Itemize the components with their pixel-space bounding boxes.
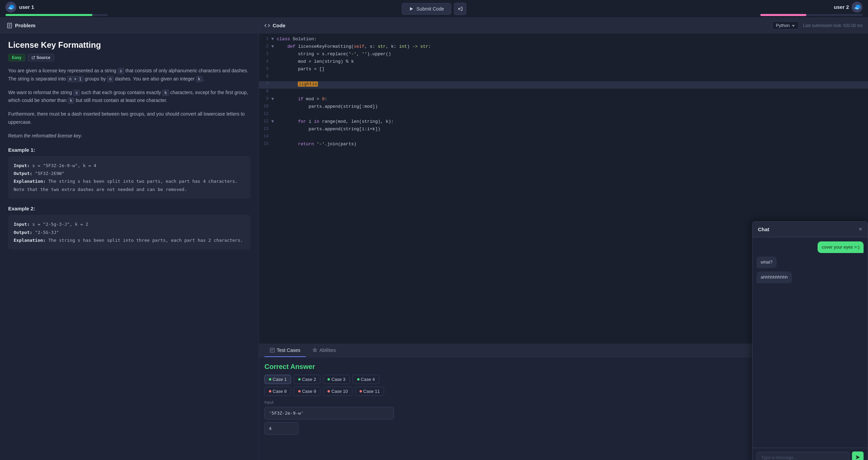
code-line-9: 9▼ if mod > 0: bbox=[259, 96, 868, 104]
code-line-11: 11 bbox=[259, 111, 868, 119]
case-button-case-4[interactable]: Case 4 bbox=[353, 375, 379, 384]
ex2-input-label: Input: bbox=[14, 222, 30, 227]
case-label-3: Case 4 bbox=[361, 377, 375, 382]
tab-test-cases[interactable]: Test Cases bbox=[264, 344, 306, 357]
case-label-1: Case 2 bbox=[302, 377, 316, 382]
case-button-case-11[interactable]: Case 11 bbox=[355, 387, 384, 396]
code-line-6: 6 bbox=[259, 74, 868, 81]
submit-button[interactable]: Submit Code bbox=[402, 3, 451, 15]
badge-easy: Easy bbox=[8, 54, 25, 61]
user1-name: user 1 bbox=[19, 4, 34, 10]
center-controls: Submit Code bbox=[402, 3, 466, 15]
send-icon bbox=[855, 455, 861, 460]
user1-avatar: 🧢 bbox=[5, 2, 16, 13]
inline-code-k3: k bbox=[68, 98, 74, 104]
code-line-5: 5 parts = [] bbox=[259, 66, 868, 74]
chat-panel: Chat × cover your eyes >:)what?ahhhhhhhh… bbox=[752, 221, 868, 460]
ex1-output-label: Output: bbox=[14, 171, 32, 176]
code-line-8: 8 bbox=[259, 89, 868, 96]
case-dot-6 bbox=[328, 390, 330, 392]
inline-code-k1: k bbox=[196, 76, 202, 82]
case-button-case-9[interactable]: Case 9 bbox=[294, 387, 320, 396]
inline-code-n: n bbox=[107, 76, 113, 82]
line-number-1: 1 bbox=[259, 36, 271, 41]
abilities-icon bbox=[313, 348, 317, 353]
submission-info: Last submission took: 632.00 ms bbox=[803, 23, 863, 28]
line-number-11: 11 bbox=[259, 112, 271, 116]
problem-desc1: You are given a license key represented … bbox=[8, 67, 250, 83]
problem-panel-header: Problem bbox=[0, 18, 259, 33]
badge-source[interactable]: Source bbox=[28, 54, 54, 61]
case-dot-7 bbox=[360, 390, 362, 392]
code-line-3: 3 string = s.replace('-', '').upper() bbox=[259, 51, 868, 59]
code-line-12: 12▼ for i in range(mod, len(string), k): bbox=[259, 119, 868, 126]
exit-button[interactable] bbox=[454, 3, 466, 15]
problem-header-label: Problem bbox=[15, 23, 35, 28]
code-line-13: 13 parts.append(string[i:i+k]) bbox=[259, 126, 868, 134]
case-label-2: Case 3 bbox=[331, 377, 345, 382]
chat-message-0: cover your eyes >:) bbox=[818, 241, 864, 253]
inline-code-s: s bbox=[118, 68, 124, 74]
case-button-case-8[interactable]: Case 8 bbox=[264, 387, 291, 396]
problem-desc3: Furthermore, there must be a dash insert… bbox=[8, 110, 250, 127]
user2-progress-bar bbox=[760, 14, 863, 16]
ex2-explain-label: Explanation: bbox=[14, 238, 46, 243]
line-arrow-2: ▼ bbox=[271, 44, 277, 49]
problem-desc2: We want to reformat the string s such th… bbox=[8, 89, 250, 105]
test-cases-icon bbox=[270, 348, 275, 353]
exit-icon bbox=[457, 6, 463, 12]
inline-code-s2: s bbox=[73, 90, 80, 96]
case-label-5: Case 9 bbox=[302, 389, 316, 394]
line-code-2[interactable]: def licenseKeyFormatting(self, s: str, k… bbox=[277, 44, 431, 49]
line-code-1[interactable]: class Solution: bbox=[277, 36, 317, 42]
ex1-explain-label: Explanation: bbox=[14, 179, 46, 184]
tab-abilities[interactable]: Abilities bbox=[307, 344, 341, 357]
ex1-input-label: Input: bbox=[14, 163, 30, 168]
highlight-text: lightio bbox=[298, 81, 318, 87]
case-button-case-2[interactable]: Case 2 bbox=[294, 375, 320, 384]
line-code-3[interactable]: string = s.replace('-', '').upper() bbox=[277, 51, 391, 57]
case-dot-1 bbox=[298, 378, 301, 381]
case-dot-0 bbox=[269, 378, 271, 381]
user2-info: user 2 🧢 bbox=[834, 2, 863, 13]
language-selector[interactable]: Python bbox=[772, 21, 799, 30]
ex2-output-label: Output: bbox=[14, 230, 32, 235]
user2-progress-fill bbox=[760, 14, 806, 16]
line-number-15: 15 bbox=[259, 142, 271, 146]
case-button-case-10[interactable]: Case 10 bbox=[323, 387, 352, 396]
example2-title: Example 2: bbox=[8, 206, 250, 211]
code-header-right: Python Last submission took: 632.00 ms bbox=[772, 21, 863, 30]
chat-close-button[interactable]: × bbox=[858, 226, 862, 233]
send-button[interactable] bbox=[852, 451, 864, 460]
case-label-0: Case 1 bbox=[273, 377, 287, 382]
svg-rect-5 bbox=[270, 348, 274, 352]
line-code-15[interactable]: return '-'.join(parts) bbox=[277, 142, 356, 147]
external-link-icon bbox=[32, 56, 35, 59]
line-code-5[interactable]: parts = [] bbox=[277, 66, 324, 72]
user1-progress-bar bbox=[5, 14, 108, 16]
code-icon bbox=[264, 23, 270, 28]
line-code-4[interactable]: mod = len(string) % k bbox=[277, 59, 354, 64]
line-code-9[interactable]: if mod > 0: bbox=[277, 97, 327, 102]
code-line-14: 14 bbox=[259, 134, 868, 141]
case-button-case-1[interactable]: Case 1 bbox=[264, 375, 291, 384]
example1-title: Example 1: bbox=[8, 147, 250, 153]
left-panel: Problem License Key Formatting Easy Sour… bbox=[0, 18, 259, 460]
case-button-case-3[interactable]: Case 3 bbox=[323, 375, 350, 384]
svg-marker-0 bbox=[410, 7, 413, 11]
chat-input[interactable] bbox=[757, 452, 849, 460]
user2-avatar: 🧢 bbox=[852, 2, 863, 13]
line-code-7[interactable]: lightio bbox=[277, 81, 318, 87]
line-number-12: 12 bbox=[259, 119, 271, 124]
line-code-10[interactable]: parts.append(string[:mod]) bbox=[277, 104, 378, 109]
inline-code-k2: k bbox=[162, 90, 169, 96]
problem-title: License Key Formatting bbox=[8, 40, 250, 50]
line-code-13[interactable]: parts.append(string[i:i+k]) bbox=[277, 127, 380, 132]
inline-code-n1: n + 1 bbox=[67, 76, 83, 82]
line-code-12[interactable]: for i in range(mod, len(string), k): bbox=[277, 119, 394, 124]
line-number-14: 14 bbox=[259, 134, 271, 139]
line-number-13: 13 bbox=[259, 127, 271, 131]
code-line-15: 15 return '-'.join(parts) bbox=[259, 141, 868, 149]
line-number-6: 6 bbox=[259, 74, 271, 79]
line-number-7: 7 bbox=[259, 81, 271, 86]
